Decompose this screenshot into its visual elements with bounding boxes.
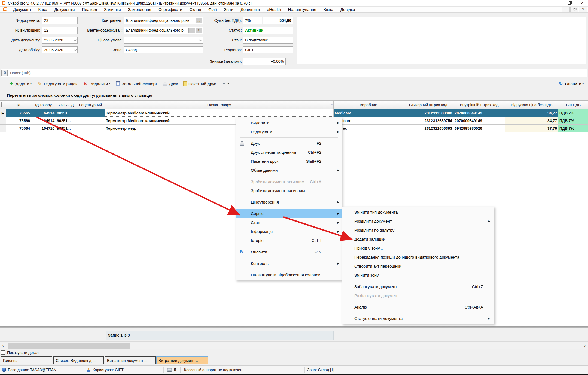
scroll-left-icon[interactable]: ‹ bbox=[0, 342, 6, 349]
column-header-1[interactable]: ІД bbox=[6, 101, 31, 109]
submenu-item-7[interactable]: Створити акт переоцінки bbox=[342, 262, 494, 271]
mdi-restore-button[interactable] bbox=[570, 7, 578, 12]
toolbar-del-button[interactable]: ✖Видалити▾ bbox=[83, 81, 110, 86]
context-menu-item-23[interactable]: Налаштувати відображення колонок bbox=[236, 270, 342, 279]
submenu-item-2[interactable]: Розділити документ▶ bbox=[342, 217, 494, 226]
app-logo-icon bbox=[2, 1, 6, 5]
cell: ПДВ 7% bbox=[558, 109, 588, 117]
submenu-item-13[interactable]: АналізCtrl+Alt+A bbox=[342, 303, 494, 312]
column-header-5[interactable]: Назва товару△ bbox=[105, 101, 334, 109]
submenu-item-1[interactable]: Змінити тип документа bbox=[342, 208, 494, 217]
scrollbar-thumb[interactable] bbox=[8, 343, 130, 349]
cell: 2312312639754 bbox=[403, 117, 453, 125]
context-menu-item-5[interactable]: Друк стікерів та цінниківCtrl+F2 bbox=[236, 148, 342, 157]
menubar-item-3[interactable]: Документи bbox=[51, 7, 78, 12]
discount-field[interactable]: +0,00% bbox=[243, 58, 286, 65]
context-menu-item-6[interactable]: Пакетний друкShift+F2 bbox=[236, 157, 342, 166]
submenu-item-4[interactable]: Додати залишки bbox=[342, 235, 494, 244]
column-header-9[interactable]: Відпускна ціна без ПДВ bbox=[505, 101, 558, 109]
context-menu-item-17[interactable]: ІсторіяCtrl+I bbox=[236, 236, 342, 245]
context-menu-item-21[interactable]: Контроль▶ bbox=[236, 259, 342, 268]
context-menu-item-14[interactable]: Сервіс▶ bbox=[236, 209, 342, 218]
column-header-6[interactable]: Виробник bbox=[334, 101, 403, 109]
horizontal-scrollbar[interactable]: ‹ › bbox=[0, 341, 588, 349]
column-header-label: Назва товару bbox=[207, 103, 231, 107]
grid-splitter[interactable] bbox=[0, 326, 588, 328]
context-menu-item-16[interactable]: Інформація▶ bbox=[236, 227, 342, 236]
menu-separator bbox=[240, 196, 338, 196]
toolbar-export-button[interactable]: Загальний експорт bbox=[116, 81, 157, 86]
tab-3[interactable]: Витратний документ .. bbox=[105, 356, 156, 364]
menubar-item-9[interactable]: Філії bbox=[205, 7, 220, 12]
submenu-item-10[interactable]: Заблокувати документCtrl+Z bbox=[342, 282, 494, 291]
restore-button[interactable] bbox=[563, 0, 575, 7]
toolbar-print-button[interactable]: Друк bbox=[163, 81, 178, 86]
column-header-4[interactable]: Рецептурний bbox=[76, 101, 105, 109]
column-header-10[interactable]: Тип ПДВ bbox=[558, 101, 588, 109]
submenu-item-6[interactable]: Перекидання позицій до іншого видатковог… bbox=[342, 253, 494, 262]
minimize-button[interactable]: — bbox=[550, 0, 563, 7]
context-menu-item-2[interactable]: Редагувати▶ bbox=[236, 127, 342, 136]
mdi-minimize-button[interactable]: – bbox=[562, 7, 570, 12]
context-menu-item-19[interactable]: ↻ОновитиF12 bbox=[236, 247, 342, 256]
submenu-item-3[interactable]: Розділити по фільтру bbox=[342, 226, 494, 235]
device-count: 5 bbox=[167, 366, 176, 374]
toolbar-list-button[interactable]: ≡▾ bbox=[221, 81, 229, 86]
submenu-item-15[interactable]: Статус оплати документа▶ bbox=[342, 314, 494, 323]
context-menu-item-15[interactable]: Стан▶ bbox=[236, 218, 342, 227]
menubar-item-15[interactable]: Довідка bbox=[337, 7, 359, 12]
menubar-item-4[interactable]: Платежі bbox=[78, 7, 100, 12]
search-input[interactable] bbox=[1, 69, 587, 77]
window-tabs: ГоловнаСписок: Видаткові д ...Витратний … bbox=[0, 356, 588, 365]
menubar-item-10[interactable]: Звіти bbox=[220, 7, 237, 12]
menubar-item-7[interactable]: Сертифікати bbox=[155, 7, 186, 12]
cash-register-icon bbox=[167, 368, 172, 372]
menubar-item-5[interactable]: Залишки bbox=[100, 7, 124, 12]
device-count-text: 5 bbox=[174, 368, 176, 372]
context-menu-item-1[interactable]: Видалити▶ bbox=[236, 118, 342, 127]
close-button[interactable]: ✕ bbox=[575, 0, 588, 7]
chevron-down-icon: ▾ bbox=[582, 82, 584, 85]
column-header-corner[interactable] bbox=[0, 101, 6, 109]
cell: ПДВ 7% bbox=[558, 117, 588, 125]
cell: 90251... bbox=[56, 125, 76, 132]
tab-4[interactable]: Витратний документ .. bbox=[156, 356, 208, 364]
menu-item-label: Аналіз bbox=[354, 305, 367, 309]
context-menu-item-7[interactable]: Обмін даними▶ bbox=[236, 166, 342, 175]
scroll-right-icon[interactable]: › bbox=[582, 342, 588, 349]
table-row[interactable]: ▶755656491490251...Термометр Medicare кл… bbox=[0, 109, 588, 117]
refresh-button[interactable]: ↻ Оновити ▾ bbox=[558, 77, 584, 90]
submenu-arrow-icon: ▶ bbox=[337, 121, 339, 124]
menubar-item-2[interactable]: Каса bbox=[35, 7, 51, 12]
menubar-item-8[interactable]: Склад bbox=[186, 7, 205, 12]
toolbar-add-button[interactable]: ✚Додати▾ bbox=[9, 81, 32, 87]
menubar-item-1[interactable]: Документ bbox=[10, 7, 35, 12]
database-icon bbox=[2, 368, 6, 372]
column-header-2[interactable]: ІД товару bbox=[31, 101, 56, 109]
submenu-item-5[interactable]: Прихід у зону... bbox=[342, 244, 494, 253]
cell: 34,77 bbox=[505, 117, 558, 125]
menubar-item-11[interactable]: Довідники bbox=[237, 7, 263, 12]
group-by-bar[interactable]: Перетягніть заголовок колонки сюди для у… bbox=[0, 90, 588, 100]
menu-item-label: Створити акт переоцінки bbox=[354, 264, 401, 268]
mdi-close-button[interactable]: ✕ bbox=[579, 7, 587, 12]
column-header-7[interactable]: Стикерний штрих-код bbox=[403, 101, 453, 109]
submenu-item-8[interactable]: Змінити зону bbox=[342, 271, 494, 280]
notes-box[interactable] bbox=[297, 17, 586, 64]
context-menu-item-12[interactable]: Ціноутворення▶ bbox=[236, 198, 342, 207]
tab-1[interactable]: Головна bbox=[1, 356, 52, 364]
menubar-item-14[interactable]: Вікна bbox=[320, 7, 337, 12]
context-menu-item-10[interactable]: Зробити документ пасивним bbox=[236, 186, 342, 195]
tab-2[interactable]: Список: Видаткові д ... bbox=[53, 356, 104, 364]
column-header-3[interactable]: УКТ ЗЕД bbox=[56, 101, 76, 109]
menu-separator bbox=[346, 301, 490, 301]
toolbar-batch-button[interactable]: Пакетний друк bbox=[183, 81, 216, 86]
show-details-checkbox[interactable] bbox=[1, 350, 5, 355]
column-header-8[interactable]: Внутрішній штрих-код bbox=[453, 101, 505, 109]
menubar-item-6[interactable]: Замовлення bbox=[124, 7, 155, 12]
menubar-item-13[interactable]: Налаштування bbox=[285, 7, 320, 12]
menu-item-label: Друк bbox=[251, 141, 260, 146]
menubar-item-12[interactable]: eHealth bbox=[263, 7, 285, 12]
context-menu-item-4[interactable]: ДрукF2 bbox=[236, 139, 342, 148]
toolbar-edit-button[interactable]: ✎Редагувати рядок bbox=[37, 81, 77, 87]
